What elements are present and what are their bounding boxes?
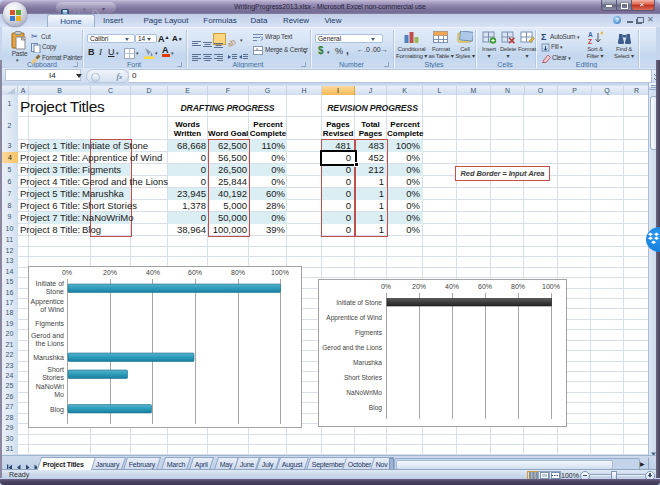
svg-text:60%: 60% — [478, 283, 492, 290]
svg-text:100%: 100% — [542, 283, 560, 290]
svg-text:ab: ab — [228, 37, 238, 47]
svg-text:Mo: Mo — [54, 391, 64, 398]
svg-text:Short Stories: Short Stories — [344, 374, 383, 381]
svg-text:NaNoWri: NaNoWri — [36, 383, 65, 390]
svg-text:60%: 60% — [188, 269, 202, 276]
svg-text:NaNoWriMo: NaNoWriMo — [346, 389, 382, 396]
svg-text:of Wind: of Wind — [40, 306, 64, 313]
svg-text:Z: Z — [588, 38, 592, 44]
svg-text:Figments: Figments — [355, 329, 383, 337]
svg-text:Marushka: Marushka — [33, 354, 64, 361]
svg-text:Gerod and the Lions: Gerod and the Lions — [322, 344, 382, 351]
svg-text:Stone: Stone — [46, 288, 64, 295]
svg-text:Initiate of: Initiate of — [36, 280, 64, 287]
svg-text:A: A — [588, 31, 593, 38]
svg-text:0%: 0% — [381, 283, 391, 290]
svg-text:Apprentice of Wind: Apprentice of Wind — [326, 314, 382, 322]
svg-text:Marushka: Marushka — [353, 359, 382, 366]
svg-text:Apprentice: Apprentice — [31, 298, 65, 306]
svg-text:80%: 80% — [511, 283, 525, 290]
svg-text:Blog: Blog — [369, 404, 383, 412]
svg-text:Initiate of Stone: Initiate of Stone — [336, 299, 382, 306]
svg-text:Blog: Blog — [50, 406, 64, 414]
svg-text:40%: 40% — [445, 283, 459, 290]
svg-text:80%: 80% — [231, 269, 245, 276]
svg-text:Stories: Stories — [42, 374, 64, 381]
svg-text:Short: Short — [47, 366, 64, 373]
svg-text:Figments: Figments — [35, 320, 64, 328]
svg-text:0%: 0% — [62, 269, 72, 276]
svg-text:100%: 100% — [271, 269, 289, 276]
svg-text:Gerod and: Gerod and — [31, 332, 64, 339]
svg-text:the Lions: the Lions — [36, 340, 65, 347]
svg-text:20%: 20% — [412, 283, 426, 290]
svg-text:20%: 20% — [103, 269, 117, 276]
svg-text:40%: 40% — [146, 269, 160, 276]
